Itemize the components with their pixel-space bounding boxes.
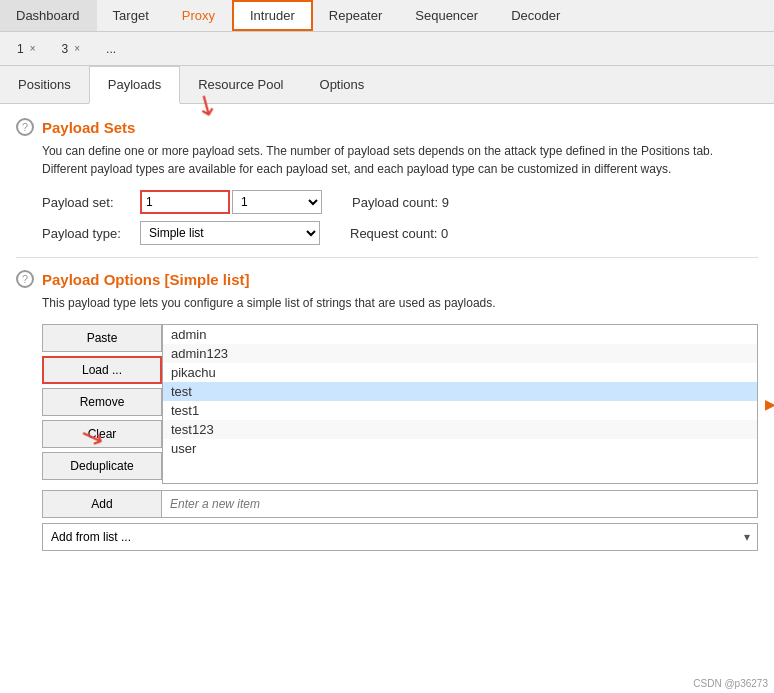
load-button[interactable]: Load ... — [42, 356, 162, 384]
list-item[interactable]: test123 — [163, 420, 757, 439]
payload-sets-title: Payload Sets — [42, 119, 135, 136]
payload-set-label: Payload set: — [42, 195, 132, 210]
list-item[interactable]: test — [163, 382, 757, 401]
list-item[interactable]: pikachu — [163, 363, 757, 382]
add-from-list-select[interactable]: Add from list ... — [42, 523, 758, 551]
payload-type-row: Payload type: Simple list Request count:… — [42, 221, 758, 245]
tab-1[interactable]: 1 × — [4, 37, 49, 61]
nav-dashboard[interactable]: Dashboard — [0, 0, 97, 31]
list-item[interactable]: user — [163, 439, 757, 458]
tab-3[interactable]: 3 × — [49, 37, 94, 61]
subtab-payloads[interactable]: Payloads — [89, 66, 180, 104]
list-wrapper: admin admin123 pikachu test test1 test12… — [162, 324, 758, 484]
nav-intruder[interactable]: Intruder — [232, 0, 313, 31]
deduplicate-button[interactable]: Deduplicate — [42, 452, 162, 480]
payload-type-label: Payload type: — [42, 226, 132, 241]
add-item-input[interactable] — [162, 490, 758, 518]
tab-bar: 1 × 3 × ... — [0, 32, 774, 66]
payload-sets-description: You can define one or more payload sets.… — [42, 142, 758, 178]
section-divider — [16, 257, 758, 258]
payload-count: Payload count: 9 — [352, 195, 449, 210]
payload-options-help-icon[interactable]: ? — [16, 270, 34, 288]
payload-set-row: Payload set: 1 Payload count: 9 — [42, 190, 758, 214]
action-buttons: Paste Load ... Remove Clear Deduplicate — [42, 324, 162, 484]
close-tab-3-icon[interactable]: × — [74, 43, 80, 54]
scroll-right-arrow-icon: ▶ — [765, 396, 774, 412]
list-item[interactable]: admin123 — [163, 344, 757, 363]
sub-tab-bar: Positions Payloads Resource Pool Options — [0, 66, 774, 104]
payload-options-description: This payload type lets you configure a s… — [42, 294, 758, 312]
add-from-list-row: Add from list ... — [42, 523, 758, 551]
clear-button[interactable]: Clear — [42, 420, 162, 448]
subtab-options[interactable]: Options — [302, 66, 383, 103]
subtab-positions[interactable]: Positions — [0, 66, 89, 103]
payload-set-input[interactable] — [140, 190, 230, 214]
payload-options-title: Payload Options [Simple list] — [42, 271, 250, 288]
main-content: ? Payload Sets You can define one or mor… — [0, 104, 774, 693]
payload-sets-header: ? Payload Sets — [16, 118, 758, 136]
payload-list[interactable]: admin admin123 pikachu test test1 test12… — [162, 324, 758, 484]
nav-decoder[interactable]: Decoder — [495, 0, 577, 31]
add-row: Add — [42, 490, 758, 518]
payload-set-select[interactable]: 1 — [232, 190, 322, 214]
payload-type-select[interactable]: Simple list — [140, 221, 320, 245]
close-tab-1-icon[interactable]: × — [30, 43, 36, 54]
request-count: Request count: 0 — [350, 226, 448, 241]
watermark: CSDN @p36273 — [693, 678, 768, 689]
remove-button[interactable]: Remove — [42, 388, 162, 416]
list-item[interactable]: test1 — [163, 401, 757, 420]
payload-options-header: ? Payload Options [Simple list] — [16, 270, 758, 288]
nav-target[interactable]: Target — [97, 0, 166, 31]
nav-proxy[interactable]: Proxy — [166, 0, 232, 31]
subtab-resource-pool[interactable]: Resource Pool — [180, 66, 301, 103]
payload-options-area: Paste Load ... Remove Clear Deduplicate … — [42, 324, 758, 484]
top-nav-bar: Dashboard Target Proxy Intruder Repeater… — [0, 0, 774, 32]
tab-dots[interactable]: ... — [93, 37, 129, 61]
paste-button[interactable]: Paste — [42, 324, 162, 352]
add-from-list-wrapper: Add from list ... — [42, 523, 758, 551]
payload-sets-help-icon[interactable]: ? — [16, 118, 34, 136]
add-button[interactable]: Add — [42, 490, 162, 518]
list-item[interactable]: admin — [163, 325, 757, 344]
nav-repeater[interactable]: Repeater — [313, 0, 399, 31]
nav-sequencer[interactable]: Sequencer — [399, 0, 495, 31]
